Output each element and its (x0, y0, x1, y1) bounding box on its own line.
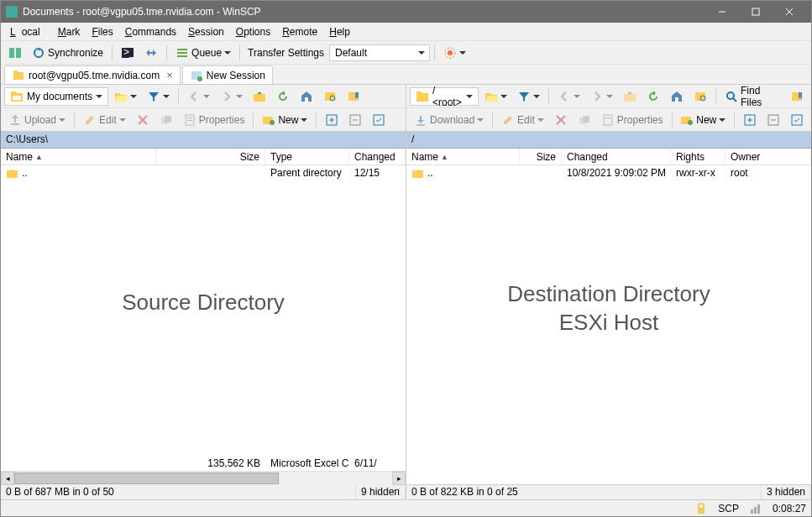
local-explore-button[interactable] (319, 87, 341, 106)
menu-remote[interactable]: Remote (276, 24, 323, 39)
remote-new-button[interactable]: New (676, 111, 730, 129)
col-name[interactable]: Name▲ (1, 149, 156, 164)
svg-rect-36 (374, 115, 384, 125)
chevron-down-icon (477, 117, 484, 123)
remote-up-button[interactable] (619, 87, 641, 106)
remote-back-button[interactable] (553, 87, 584, 106)
remote-collapse-button[interactable] (762, 111, 784, 129)
scroll-right-button[interactable]: ▸ (392, 472, 406, 485)
local-collapse-button[interactable] (344, 111, 366, 129)
col-changed[interactable]: Changed (349, 149, 406, 164)
scroll-thumb[interactable] (14, 473, 279, 484)
menu-help[interactable]: Help (323, 24, 356, 39)
maximize-button[interactable] (739, 1, 773, 23)
local-back-button[interactable] (183, 87, 214, 106)
sync-browse-button[interactable] (140, 44, 162, 62)
settings-button[interactable] (439, 44, 470, 62)
local-props-button[interactable]: Properties (179, 111, 249, 129)
remote-move-button[interactable] (574, 111, 595, 129)
col-owner[interactable]: Owner (726, 149, 811, 164)
layout-button[interactable] (4, 44, 26, 62)
menu-commands[interactable]: Commands (119, 24, 182, 39)
remote-refresh-button[interactable] (642, 87, 664, 106)
minimize-button[interactable] (705, 1, 739, 23)
col-name[interactable]: Name▲ (406, 149, 520, 164)
local-select-button[interactable] (368, 111, 390, 129)
new-session-icon (190, 69, 203, 82)
local-files[interactable]: .. Parent directory 12/15 Source Directo… (1, 165, 406, 471)
home-icon (300, 90, 313, 103)
local-move-button[interactable] (155, 111, 177, 129)
svg-rect-9 (177, 49, 187, 50)
remote-props-button[interactable]: Properties (597, 111, 668, 129)
remote-explore-button[interactable] (689, 87, 711, 106)
remote-delete-button[interactable] (550, 111, 572, 129)
folder-icon (416, 90, 429, 103)
remote-bookmark-button[interactable] (786, 87, 808, 106)
local-up-button[interactable] (249, 87, 270, 106)
local-edit-button[interactable]: Edit (79, 111, 130, 129)
remote-open-button[interactable] (480, 87, 511, 106)
menu-session[interactable]: Session (182, 24, 230, 39)
remote-forward-button[interactable] (586, 87, 617, 106)
file-row-cut[interactable]: 135,562 KB Microsoft Excel C... 6/11/ (1, 456, 406, 471)
props-label: Properties (199, 114, 245, 126)
upload-button[interactable]: Upload (4, 111, 70, 129)
scroll-left-button[interactable]: ◂ (1, 472, 14, 485)
local-expand-button[interactable] (321, 111, 343, 129)
local-dir-combo[interactable]: My documents (4, 87, 108, 106)
file-row[interactable]: .. Parent directory 12/15 (1, 165, 406, 180)
menu-local[interactable]: Local (4, 24, 52, 39)
remote-select-button[interactable] (786, 111, 808, 129)
remote-dir-combo[interactable]: / <root> (410, 87, 479, 106)
terminal-button[interactable]: >_ (117, 44, 139, 62)
download-button[interactable]: Download (410, 111, 488, 129)
file-row[interactable]: .. 10/8/2021 9:09:02 PM rwxr-xr-x root (406, 165, 811, 180)
scroll-track[interactable] (14, 472, 392, 485)
svg-rect-4 (9, 48, 14, 58)
local-home-button[interactable] (296, 87, 317, 106)
menu-mark[interactable]: Mark (52, 24, 86, 39)
search-icon (725, 90, 738, 103)
local-filter-button[interactable] (143, 87, 174, 106)
close-tab-icon[interactable]: × (166, 69, 173, 81)
col-type[interactable]: Type (265, 149, 349, 164)
col-size[interactable]: Size (520, 149, 562, 164)
chevron-down-icon (301, 117, 307, 123)
local-bookmark-button[interactable] (343, 87, 364, 106)
local-open-button[interactable] (110, 87, 141, 106)
remote-files[interactable]: .. 10/8/2021 9:09:02 PM rwxr-xr-x root D… (406, 165, 811, 484)
svg-rect-26 (11, 123, 19, 125)
separator (492, 112, 493, 128)
local-forward-button[interactable] (216, 87, 247, 106)
refresh-icon (647, 90, 660, 103)
svg-rect-50 (604, 115, 612, 125)
session-tab-active[interactable]: root@vgpu05.tme.nvidia.com × (4, 65, 181, 84)
close-button[interactable] (773, 1, 806, 23)
remote-edit-button[interactable]: Edit (497, 111, 548, 129)
separator (316, 112, 317, 128)
folder-up-icon (623, 90, 637, 103)
folder-icon (10, 90, 24, 103)
queue-button[interactable]: Queue (171, 44, 235, 62)
sync-button[interactable]: Synchronize (28, 44, 107, 62)
col-size[interactable]: Size (156, 149, 265, 164)
local-refresh-button[interactable] (272, 87, 294, 106)
menu-files[interactable]: Files (86, 24, 118, 39)
remote-home-button[interactable] (666, 87, 688, 106)
find-files-button[interactable]: Find Files (720, 87, 784, 106)
arrow-left-icon (187, 90, 201, 103)
col-rights[interactable]: Rights (671, 149, 726, 164)
transfer-settings-combo[interactable]: Default (329, 44, 430, 61)
remote-expand-button[interactable] (739, 111, 761, 129)
local-new-button[interactable]: New (258, 111, 312, 129)
local-hscroll[interactable]: ◂ ▸ (1, 471, 406, 484)
menu-options[interactable]: Options (230, 24, 276, 39)
remote-filter-button[interactable] (513, 87, 544, 106)
svg-rect-58 (698, 508, 705, 514)
separator (166, 45, 167, 60)
terminal-icon: >_ (121, 46, 134, 60)
col-changed[interactable]: Changed (562, 149, 671, 164)
local-delete-button[interactable] (132, 111, 154, 129)
new-session-tab[interactable]: New Session (182, 65, 273, 84)
